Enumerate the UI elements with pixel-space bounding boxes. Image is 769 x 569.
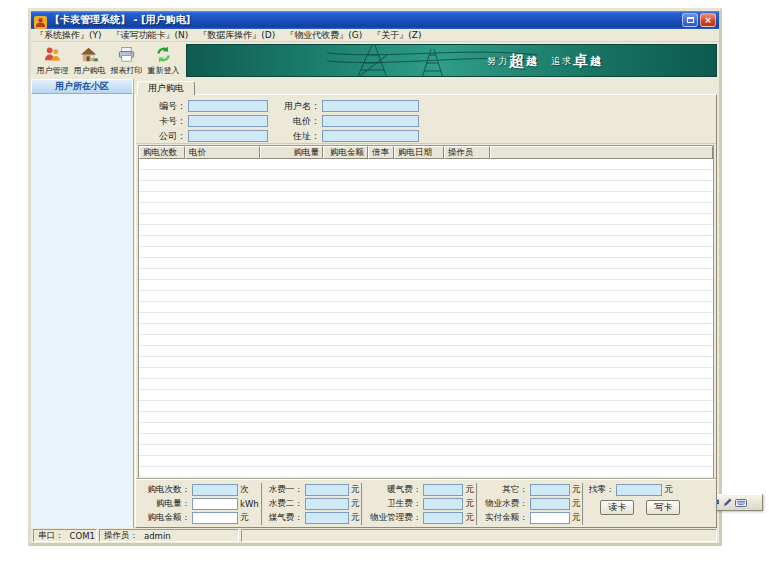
column-header-purchase-count[interactable]: 购电次数 — [139, 146, 185, 159]
user-management-button[interactable]: 用户管理 — [34, 43, 71, 77]
users-icon — [43, 45, 62, 64]
other-unit: 元 — [572, 484, 581, 496]
sanitation-label: 卫生费： — [365, 498, 421, 510]
cardno-label: 卡号： — [142, 115, 186, 128]
refresh-icon — [154, 45, 173, 64]
write-card-button[interactable]: 写卡 — [646, 500, 680, 515]
address-input[interactable] — [322, 130, 419, 142]
property-water-input[interactable] — [530, 498, 570, 510]
printer-icon — [117, 45, 136, 64]
heating-label: 暖气费： — [365, 484, 421, 496]
change-input[interactable] — [616, 484, 662, 496]
fee-group-purchase: 购电次数：次 购电量：kWh 购电金额：元 — [138, 483, 261, 525]
id-input[interactable] — [188, 100, 268, 112]
banner: 努力超越追求卓越 — [186, 44, 717, 77]
column-header-ratio[interactable]: 倍率 — [368, 146, 394, 159]
purchase-money-unit: 元 — [240, 512, 249, 524]
purchase-records-table: 购电次数 电价 购电量 购电金额 倍率 购电日期 操作员 — [138, 145, 714, 479]
property-mgmt-input[interactable] — [423, 512, 463, 524]
slogan-part: 超 — [509, 52, 526, 71]
serial-port-label: 串口： — [38, 530, 64, 542]
change-label: 找零： — [586, 484, 614, 496]
read-card-button[interactable]: 读卡 — [600, 500, 634, 515]
fee-panel: 购电次数：次 购电量：kWh 购电金额：元 水费一：元 水费二：元 煤气费：元 … — [136, 479, 716, 527]
company-label: 公司： — [142, 130, 186, 143]
main-area: 用户所在小区 用户购电 编号： 用户名： 卡号： 电价： — [31, 79, 719, 528]
status-serial-port: 串口： COM1 — [33, 529, 97, 542]
serial-port-value: COM1 — [70, 531, 95, 541]
banner-slogan: 努力超越追求卓越 — [487, 45, 603, 77]
user-info-form: 编号： 用户名： 卡号： 电价： 公司： 住址： — [136, 95, 716, 144]
price-input[interactable] — [322, 115, 419, 127]
desktop: 【卡表管理系统】 - [用户购电] × 『系统操作』(Y) 『读写功能卡』(N)… — [0, 0, 769, 569]
purchase-count-unit: 次 — [240, 484, 249, 496]
sanitation-input[interactable] — [423, 498, 463, 510]
other-label: 其它： — [480, 484, 528, 496]
purchase-count-input[interactable] — [192, 484, 238, 496]
window-title: 【卡表管理系统】 - [用户购电] — [50, 13, 682, 27]
column-header-filler — [490, 146, 713, 159]
tab-user-purchase[interactable]: 用户购电 — [137, 81, 195, 95]
purchase-energy-unit: kWh — [240, 499, 259, 509]
menu-system-operation[interactable]: 『系统操作』(Y) — [35, 29, 102, 42]
username-label: 用户名： — [270, 100, 320, 113]
water2-input[interactable] — [305, 498, 349, 510]
column-header-date[interactable]: 购电日期 — [394, 146, 444, 159]
gas-input[interactable] — [305, 512, 349, 524]
slogan-part: 追求 — [551, 55, 573, 68]
relogin-button[interactable]: 重新登入 — [145, 43, 182, 77]
community-tree[interactable] — [31, 94, 133, 528]
purchase-count-label: 购电次数： — [140, 484, 190, 496]
column-header-price[interactable]: 电价 — [185, 146, 260, 159]
purchase-energy-input[interactable] — [192, 498, 238, 510]
table-body[interactable] — [139, 159, 713, 478]
status-bar: 串口： COM1 操作员： admin — [31, 528, 719, 543]
status-operator: 操作员： admin — [99, 529, 239, 542]
address-label: 住址： — [270, 130, 320, 143]
water1-unit: 元 — [351, 484, 360, 496]
restore-icon — [687, 17, 694, 23]
cardno-input[interactable] — [188, 115, 268, 127]
close-button[interactable]: × — [700, 13, 716, 27]
actual-paid-input[interactable] — [530, 512, 570, 524]
app-window: 【卡表管理系统】 - [用户购电] × 『系统操作』(Y) 『读写功能卡』(N)… — [28, 8, 722, 546]
operator-label: 操作员： — [104, 530, 138, 542]
menu-property-fees[interactable]: 『物业代收费』(G) — [285, 29, 362, 42]
property-water-label: 物业水费： — [480, 498, 528, 510]
other-input[interactable] — [530, 484, 570, 496]
price-label: 电价： — [270, 115, 320, 128]
heating-input[interactable] — [423, 484, 463, 496]
column-header-energy[interactable]: 购电量 — [260, 146, 323, 159]
menu-about[interactable]: 『关于』(Z) — [372, 29, 421, 42]
column-header-operator[interactable]: 操作员 — [444, 146, 490, 159]
company-input[interactable] — [188, 130, 268, 142]
toolbar-button-label: 重新登入 — [148, 65, 180, 76]
ime-pen-icon[interactable] — [723, 498, 732, 507]
user-purchase-button[interactable]: 用户购电 — [71, 43, 108, 77]
status-empty-panel — [241, 529, 717, 542]
gas-unit: 元 — [351, 512, 360, 524]
close-icon: × — [704, 16, 712, 25]
title-bar[interactable]: 【卡表管理系统】 - [用户购电] × — [31, 11, 719, 29]
restore-button[interactable] — [682, 13, 698, 27]
purchase-money-input[interactable] — [192, 512, 238, 524]
water1-input[interactable] — [305, 484, 349, 496]
fee-group-heating-property: 暖气费：元 卫生费：元 物业管理费：元 — [361, 483, 476, 525]
water2-unit: 元 — [351, 498, 360, 510]
slogan-part: 努力 — [487, 55, 509, 68]
actual-paid-unit: 元 — [572, 512, 581, 524]
column-header-amount[interactable]: 购电金额 — [323, 146, 368, 159]
id-label: 编号： — [142, 100, 186, 113]
menu-database-operation[interactable]: 『数据库操作』(D) — [198, 29, 275, 42]
report-print-button[interactable]: 报表打印 — [108, 43, 145, 77]
tab-page-user-purchase: 编号： 用户名： 卡号： 电价： 公司： 住址： — [135, 94, 717, 528]
ime-keyboard-icon[interactable] — [735, 499, 747, 507]
username-input[interactable] — [322, 100, 419, 112]
toolbar-button-label: 报表打印 — [111, 65, 143, 76]
gas-label: 煤气费： — [265, 512, 303, 524]
change-unit: 元 — [664, 484, 673, 496]
actual-paid-label: 实付金额： — [480, 512, 528, 524]
fee-group-other: 其它：元 物业水费：元 实付金额：元 — [476, 483, 583, 525]
menu-readwrite-card[interactable]: 『读写功能卡』(N) — [112, 29, 189, 42]
purchase-money-label: 购电金额： — [140, 512, 190, 524]
